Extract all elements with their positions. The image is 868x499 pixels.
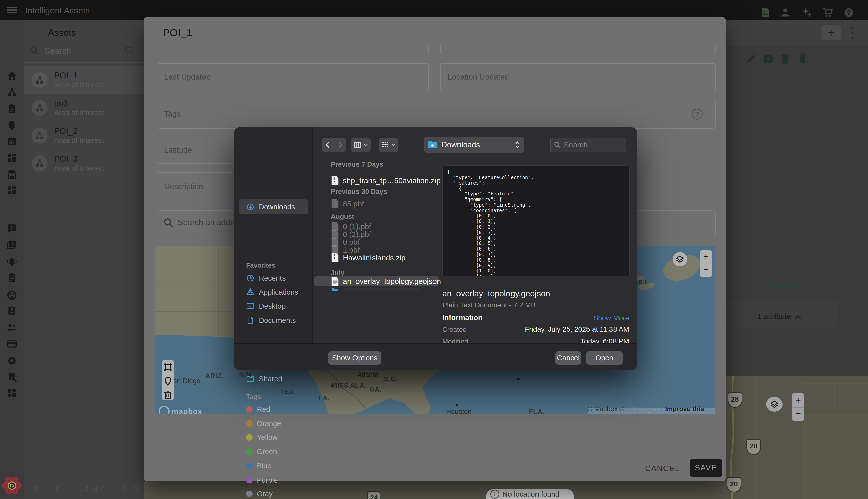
- location-updated-field[interactable]: Location Updated: [440, 63, 716, 91]
- map-layers-button[interactable]: [673, 252, 687, 266]
- location-dropdown[interactable]: Downloads: [424, 137, 524, 153]
- zoom-in-button[interactable]: +: [700, 250, 712, 264]
- asset-row-poi3[interactable]: POI_3 Area of Interest: [24, 149, 144, 177]
- first-page-button[interactable]: [32, 484, 42, 494]
- dialog-search-field[interactable]: Search: [550, 138, 626, 152]
- remote-icon[interactable]: [797, 52, 808, 64]
- feedback-icon[interactable]: [7, 223, 17, 234]
- storefront-icon[interactable]: [7, 169, 17, 180]
- edit-icon[interactable]: [745, 53, 757, 65]
- hub-icon[interactable]: [7, 290, 17, 301]
- bg-map-layers-button[interactable]: [766, 397, 783, 412]
- sidebar-item-shared[interactable]: Shared: [246, 373, 283, 384]
- zoom-out-button[interactable]: −: [792, 407, 804, 421]
- sidebar-item-applications[interactable]: Applications: [246, 287, 298, 298]
- sidebar-item-desktop[interactable]: Desktop: [246, 301, 286, 312]
- settings-gear-icon[interactable]: [7, 355, 17, 366]
- draw-marker-tool[interactable]: [163, 376, 173, 386]
- assets-panel: Assets Search POI_1 Area of Interest po3…: [24, 20, 144, 499]
- tag-purple[interactable]: Purple: [246, 475, 278, 486]
- add-button[interactable]: +: [821, 25, 841, 40]
- field-partial-left[interactable]: [157, 45, 429, 54]
- ai-sparkle-icon[interactable]: [801, 7, 813, 18]
- delete-icon[interactable]: [779, 53, 791, 65]
- map-zoom-control[interactable]: + −: [700, 250, 712, 277]
- analytics-icon[interactable]: [7, 136, 17, 147]
- save-button[interactable]: SAVE: [690, 459, 722, 476]
- last-updated-field[interactable]: Last Updated: [157, 63, 429, 91]
- tags-field[interactable]: Tags ?: [157, 100, 716, 129]
- dialog-cancel-button[interactable]: Cancel: [556, 351, 581, 365]
- back-button[interactable]: [322, 138, 334, 152]
- search-input[interactable]: Search: [45, 46, 71, 56]
- people-icon[interactable]: [7, 322, 17, 332]
- sidebar-item-recents[interactable]: Recents: [246, 272, 286, 283]
- kebab-menu-icon[interactable]: [851, 26, 854, 39]
- file-image-icon[interactable]: [760, 7, 771, 18]
- attribution-text: © Mapbox © OpenStreetMap: [587, 405, 662, 414]
- mapbox-logo[interactable]: mapbox: [159, 406, 202, 414]
- sidebar-item-documents[interactable]: Documents: [246, 315, 296, 326]
- location-toast: ! No location found: [486, 489, 574, 499]
- home-icon[interactable]: [7, 71, 17, 81]
- show-options-button[interactable]: Show Options: [328, 351, 381, 365]
- sidebar-item-downloads[interactable]: Downloads: [246, 201, 295, 212]
- zoom-in-button[interactable]: +: [792, 393, 804, 407]
- group-view-button[interactable]: [379, 138, 398, 152]
- upload-icon[interactable]: [762, 53, 774, 65]
- tasks-icon[interactable]: [7, 273, 17, 283]
- tag-color-dot: [246, 463, 253, 469]
- last-page-button[interactable]: [131, 484, 141, 494]
- field-partial-right[interactable]: [440, 45, 716, 54]
- bg-map-zoom-control[interactable]: + −: [792, 393, 804, 421]
- draw-delete-tool[interactable]: [163, 390, 173, 400]
- asset-avatar: [32, 100, 48, 116]
- file-row-shp-zip[interactable]: shp_trans_tp…50aviation.zip: [331, 175, 441, 186]
- file-row-geojson-selected[interactable]: an_overlay_topology.geojson: [331, 276, 441, 287]
- billing-icon[interactable]: [7, 339, 17, 349]
- alarm-icon[interactable]: [7, 257, 17, 267]
- tag-blue[interactable]: Blue: [246, 460, 271, 472]
- chevron-up-icon[interactable]: [793, 313, 802, 322]
- collapse-all-link[interactable]: Collapse all: [762, 281, 802, 289]
- forward-button[interactable]: [334, 138, 346, 152]
- file-preview-pane: { "type": "FeatureCollection", "features…: [442, 166, 630, 276]
- widgets-icon[interactable]: [7, 185, 17, 196]
- badge-icon[interactable]: [7, 305, 17, 316]
- tag-red[interactable]: Red: [246, 404, 270, 415]
- improve-map-link[interactable]: Improve this map: [665, 405, 713, 414]
- column-view-button[interactable]: [351, 138, 371, 152]
- show-more-link[interactable]: Show More: [578, 314, 629, 322]
- file-row-hawaii-zip[interactable]: HawaiinIslands.zip: [331, 253, 406, 263]
- tag-orange[interactable]: Orange: [246, 418, 281, 429]
- dashboard-icon[interactable]: [7, 153, 17, 163]
- next-page-button[interactable]: [120, 484, 130, 494]
- cart-icon[interactable]: [822, 7, 833, 18]
- shared-folder-icon: [246, 375, 255, 383]
- tag-gray[interactable]: Gray: [246, 488, 273, 499]
- tag-green[interactable]: Green: [246, 446, 277, 457]
- zip-file-icon: [331, 175, 339, 186]
- dialog-open-button[interactable]: Open: [586, 351, 623, 365]
- modules-icon[interactable]: [7, 388, 17, 399]
- refresh-icon[interactable]: [124, 45, 134, 55]
- asset-row-poi1[interactable]: POI_1 Area of Interest: [24, 66, 144, 94]
- help-icon[interactable]: [843, 7, 854, 18]
- asset-tree-icon[interactable]: [7, 87, 17, 98]
- gallery-icon[interactable]: [7, 240, 17, 251]
- prev-page-button[interactable]: [52, 484, 62, 494]
- file-row-85pbf[interactable]: 85.pbf: [331, 198, 364, 209]
- draw-polygon-tool[interactable]: [163, 362, 173, 372]
- account-icon[interactable]: [780, 7, 791, 18]
- audit-log-icon[interactable]: [7, 372, 17, 382]
- asset-row-poi2[interactable]: POI_2 Area of Interest: [24, 122, 144, 149]
- hamburger-menu-icon[interactable]: [7, 7, 17, 14]
- cancel-button[interactable]: CANCEL: [645, 464, 680, 473]
- zoom-out-button[interactable]: −: [700, 264, 712, 277]
- clipboard-icon[interactable]: [7, 104, 17, 114]
- tags-help-icon[interactable]: ?: [692, 109, 703, 120]
- asset-row-po3[interactable]: po3 Area of Interest: [24, 94, 144, 122]
- notifications-icon[interactable]: [7, 120, 17, 131]
- search-icon: [554, 141, 561, 149]
- tag-yellow[interactable]: Yellow: [246, 432, 278, 443]
